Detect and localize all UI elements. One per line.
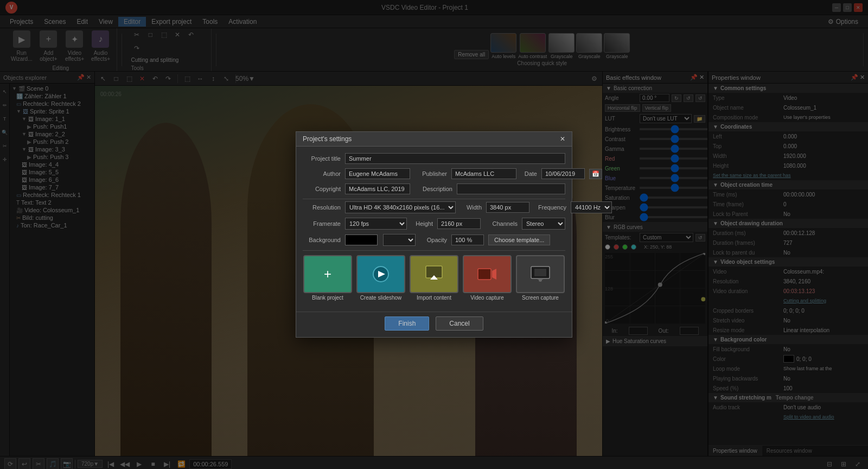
ps-height-label: Height: [411, 220, 433, 227]
ps-resolution-row: Resolution Ultra HD 4K 3840x2160 pixels …: [303, 201, 565, 213]
ps-title-input[interactable]: [345, 153, 565, 164]
ps-copyright-label: Copyright: [303, 186, 341, 192]
ps-template-video-capture[interactable]: Video capture: [463, 255, 512, 301]
ps-body: Project title Author Publisher Date 📅 Co…: [296, 147, 572, 312]
svg-rect-7: [534, 269, 546, 276]
ps-title-label: Project title: [303, 155, 341, 162]
ps-opacity-label: Opacity: [420, 237, 447, 243]
ps-footer: Finish Cancel: [296, 312, 572, 337]
ps-author-label: Author: [303, 170, 341, 177]
ps-template-import[interactable]: Import content: [410, 255, 458, 301]
ps-background-color[interactable]: [345, 234, 378, 245]
ps-frequency-select[interactable]: 44100 Hz: [571, 201, 612, 213]
ps-template-slideshow-label: Create slideshow: [360, 295, 402, 301]
ps-channels-label: Channels: [485, 220, 518, 227]
ps-opacity-input[interactable]: [451, 234, 484, 245]
ps-description-input[interactable]: [457, 183, 565, 194]
ps-date-input[interactable]: [541, 168, 585, 179]
ps-width-input[interactable]: [486, 202, 529, 213]
ps-title-row: Project title: [303, 153, 565, 164]
svg-rect-4: [478, 269, 491, 280]
choose-template-button[interactable]: Choose template...: [488, 234, 550, 245]
ps-templates-row: + Blank project Create slideshow Import …: [303, 255, 565, 301]
ps-background-row: Background Opacity Choose template...: [303, 234, 565, 246]
ps-framerate-row: Framerate 120 fps Height Channels Stereo: [303, 218, 565, 230]
modal-overlay: Project's settings ✕ Project title Autho…: [0, 0, 868, 469]
ps-template-screen-capture[interactable]: Screen capture: [516, 255, 565, 301]
ps-publisher-label: Publisher: [414, 170, 447, 177]
ps-resolution-label: Resolution: [303, 204, 341, 211]
ps-copyright-input[interactable]: [345, 183, 410, 194]
ps-description-label: Description: [414, 186, 452, 192]
ps-divider1: [303, 199, 565, 199]
ps-template-blank[interactable]: + Blank project: [303, 255, 352, 301]
ps-author-row: Author Publisher Date 📅: [303, 168, 565, 179]
ps-frequency-label: Frequency: [534, 204, 566, 211]
project-settings-dialog: Project's settings ✕ Project title Autho…: [296, 131, 572, 338]
ps-template-video-capture-label: Video capture: [470, 295, 504, 301]
ps-date-picker-button[interactable]: 📅: [589, 169, 602, 179]
ps-template-slideshow[interactable]: Create slideshow: [356, 255, 405, 301]
ps-author-input[interactable]: [345, 168, 410, 179]
ps-width-label: Width: [460, 204, 482, 211]
ps-copyright-row: Copyright Description: [303, 183, 565, 194]
ps-height-input[interactable]: [437, 218, 481, 229]
ps-resolution-select[interactable]: Ultra HD 4K 3840x2160 pixels (16...: [345, 201, 456, 213]
ps-cancel-button[interactable]: Cancel: [436, 316, 483, 331]
ps-background-label: Background: [303, 237, 341, 243]
ps-template-blank-label: Blank project: [312, 295, 343, 301]
ps-template-import-label: Import content: [417, 295, 451, 301]
ps-channels-select[interactable]: Stereo: [522, 218, 565, 230]
ps-background-select[interactable]: [383, 234, 416, 246]
ps-finish-button[interactable]: Finish: [385, 316, 429, 331]
ps-template-screen-capture-label: Screen capture: [522, 295, 559, 301]
ps-date-label: Date: [521, 170, 537, 177]
ps-titlebar: Project's settings ✕: [296, 132, 572, 147]
svg-marker-5: [492, 269, 496, 280]
ps-divider2: [303, 250, 565, 251]
ps-framerate-select[interactable]: 120 fps: [345, 218, 407, 230]
ps-framerate-label: Framerate: [303, 220, 341, 227]
svg-rect-9: [538, 278, 543, 280]
ps-title: Project's settings: [303, 135, 352, 143]
ps-close-button[interactable]: ✕: [560, 135, 565, 143]
ps-publisher-input[interactable]: [451, 168, 516, 179]
